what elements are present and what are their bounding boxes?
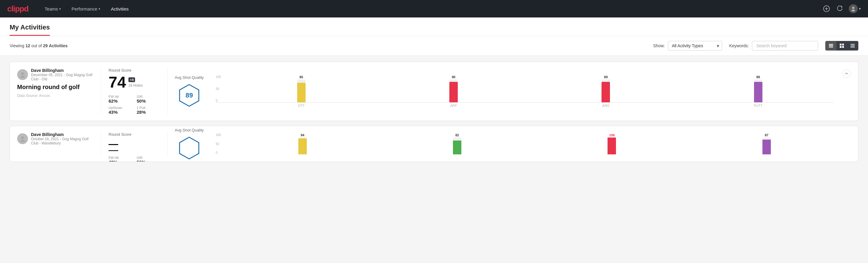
svg-rect-6 xyxy=(829,46,833,46)
user-date: December 05, 2021 - Gog Magog Golf Club … xyxy=(31,73,94,81)
svg-rect-9 xyxy=(842,43,844,46)
chevron-down-icon: ▾ xyxy=(99,7,100,10)
score-holes: 18 Holes xyxy=(128,83,143,88)
svg-rect-15 xyxy=(850,47,855,48)
card-stats: Round Score 74 +4 18 Holes FW Hit 62% GI… xyxy=(101,68,167,115)
one-putt-stat: 1 Putt 28% xyxy=(137,106,160,115)
user-info: Dave Billingham October 16, 2021 - Gog M… xyxy=(31,132,94,145)
bar-value-putt: 89 xyxy=(756,75,760,79)
edit-button[interactable]: ✏ xyxy=(842,69,851,78)
chart-area-2: 100 50 0 94 82 xyxy=(216,133,844,154)
score-badge: +4 xyxy=(128,77,135,82)
fw-hit-stat: FW Hit 43% xyxy=(108,156,132,162)
bar-col-putt-2: 87 xyxy=(690,133,844,154)
card-stats: Round Score — FW Hit 43% GIR 56% xyxy=(101,132,167,155)
score-number: 74 xyxy=(108,74,126,90)
add-icon[interactable] xyxy=(822,4,831,13)
bar-col-app-2: 82 xyxy=(380,133,534,154)
card-left: Dave Billingham October 16, 2021 - Gog M… xyxy=(17,132,101,155)
nav-right: ▾ xyxy=(822,4,861,13)
avatar xyxy=(17,133,28,144)
svg-rect-13 xyxy=(850,45,855,46)
x-label-ott: OTT xyxy=(225,104,377,108)
fw-hit-stat: FW Hit 62% xyxy=(108,95,132,104)
bar-col-ott-2: 94 xyxy=(225,133,379,154)
activity-type-select[interactable]: All Activity Types xyxy=(668,41,722,51)
view-toggle xyxy=(825,41,858,51)
user-info: Dave Billingham December 05, 2021 - Gog … xyxy=(31,68,94,81)
chart-area: 100 50 0 85 90 xyxy=(216,75,834,102)
bar-value-app: 90 xyxy=(452,75,455,79)
activity-card: Dave Billingham October 16, 2021 - Gog M… xyxy=(10,126,858,162)
gir-stat: GIR 56% xyxy=(137,156,160,162)
chevron-down-icon: ▾ xyxy=(859,7,861,11)
svg-rect-7 xyxy=(829,47,833,48)
grid-view-button[interactable] xyxy=(836,41,847,50)
svg-point-20 xyxy=(20,140,25,142)
bar-fill-putt xyxy=(754,82,763,102)
bar-col-arg-2: 106 xyxy=(535,133,689,154)
bar-fill-ott-2 xyxy=(298,139,307,154)
x-axis: OTT APP ARG PUTT xyxy=(216,102,834,108)
bar-col-ott: 85 xyxy=(225,75,377,102)
list-view-full-button[interactable] xyxy=(847,41,858,50)
user-date: October 16, 2021 - Gog Magog Golf Club -… xyxy=(31,137,94,145)
bar-col-putt: 89 xyxy=(682,75,834,102)
gir-stat: GIR 50% xyxy=(137,95,160,104)
x-label-putt: PUTT xyxy=(682,104,834,108)
avg-shot-quality-hexagon: 89 xyxy=(177,83,201,108)
page-header: My Activities xyxy=(0,18,868,36)
user-name: Dave Billingham xyxy=(31,68,94,73)
sub-stats: FW Hit 62% GIR 50% Up/Down 43% 1 Putt 28… xyxy=(108,95,160,115)
hex-score: 89 xyxy=(186,91,193,99)
score-dash: — xyxy=(108,139,118,151)
nav-activities[interactable]: Activities xyxy=(107,4,133,14)
y-label: 0 xyxy=(216,99,221,102)
chevron-down-icon: ▾ xyxy=(59,7,61,10)
activity-card: Dave Billingham December 05, 2021 - Gog … xyxy=(10,62,858,121)
bar-fill-app xyxy=(450,82,458,102)
card-left: Dave Billingham December 05, 2021 - Gog … xyxy=(17,68,101,115)
data-source: Data Source: Arccos xyxy=(17,94,94,98)
quality-left: Avg Shot Quality 89 xyxy=(175,75,204,108)
activity-name: Morning round of golf xyxy=(17,84,94,91)
y-label: 100 xyxy=(216,75,221,79)
x-label-arg: ARG xyxy=(530,104,682,108)
show-filter-group: Show: All Activity Types xyxy=(653,41,722,51)
logo[interactable]: clippd xyxy=(7,4,29,13)
avatar xyxy=(849,4,858,13)
search-input[interactable] xyxy=(752,41,818,51)
bar-col-app: 90 xyxy=(378,75,529,102)
nav-performance[interactable]: Performance ▾ xyxy=(67,4,104,14)
user-row: Dave Billingham December 05, 2021 - Gog … xyxy=(17,68,94,81)
svg-rect-11 xyxy=(842,46,844,48)
avg-shot-quality-hexagon xyxy=(177,136,201,160)
svg-point-19 xyxy=(21,136,24,139)
svg-rect-5 xyxy=(829,44,833,45)
navbar: clippd Teams ▾ Performance ▾ Activities xyxy=(0,0,868,18)
bar-fill-putt-2 xyxy=(763,140,771,154)
svg-marker-21 xyxy=(180,137,199,159)
shot-quality-chart-2: 100 50 0 94 82 xyxy=(211,133,844,154)
list-view-dense-button[interactable] xyxy=(826,41,836,50)
activities-content: Dave Billingham December 05, 2021 - Gog … xyxy=(0,56,868,168)
card-action: ✏ xyxy=(841,68,851,115)
y-label: 50 xyxy=(216,87,221,91)
nav-teams[interactable]: Teams ▾ xyxy=(40,4,65,14)
svg-rect-8 xyxy=(840,43,841,46)
round-score-label: Round Score xyxy=(108,68,160,72)
avg-shot-quality-label: Avg Shot Quality xyxy=(175,75,204,80)
user-avatar-btn[interactable]: ▾ xyxy=(849,4,861,13)
round-score-label: Round Score xyxy=(108,132,160,137)
svg-point-17 xyxy=(20,76,25,78)
bar-fill-arg-2 xyxy=(608,138,616,154)
page-title: My Activities xyxy=(10,18,50,36)
svg-point-16 xyxy=(21,72,24,75)
svg-point-3 xyxy=(852,7,855,9)
user-row: Dave Billingham October 16, 2021 - Gog M… xyxy=(17,132,94,145)
svg-point-4 xyxy=(851,10,855,12)
refresh-icon[interactable] xyxy=(836,4,844,13)
keywords-filter-group: Keywords: xyxy=(730,41,818,51)
bar-fill-arg xyxy=(601,82,610,102)
bar-fill-ott xyxy=(297,83,306,102)
